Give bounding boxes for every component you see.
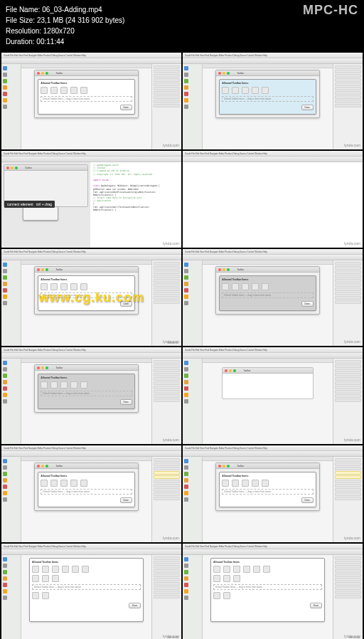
inspector-row[interactable]	[335, 569, 361, 573]
inspector-row[interactable]	[154, 497, 180, 500]
inspector-row[interactable]	[335, 377, 361, 381]
macos-menubar[interactable]: Xcode File Edit View Find Navigate Edito…	[183, 544, 363, 549]
editor-tab-bar[interactable]	[203, 457, 333, 461]
file-icon[interactable]	[3, 301, 7, 305]
file-icon[interactable]	[3, 367, 7, 371]
macos-menubar[interactable]: Xcode File Edit View Find Navigate Edito…	[183, 445, 363, 451]
file-icon[interactable]	[3, 465, 7, 470]
inspector-row[interactable]	[154, 475, 180, 479]
inspector-row[interactable]	[154, 266, 180, 270]
inspector-row[interactable]	[335, 296, 361, 300]
file-icon[interactable]	[184, 79, 188, 83]
done-button[interactable]: Done	[301, 497, 314, 503]
inspector-row[interactable]	[154, 287, 180, 291]
file-icon[interactable]	[184, 73, 188, 77]
toolbar-customize-sheet[interactable]: Allowed Toolbar Items Default Toolbar It…	[38, 374, 134, 409]
toolbar-item[interactable]	[233, 566, 240, 573]
file-icon[interactable]	[184, 386, 188, 391]
zoom-button[interactable]	[227, 465, 230, 468]
project-navigator[interactable]	[1, 555, 21, 639]
inspector-row[interactable]	[335, 369, 361, 372]
file-icon[interactable]	[184, 465, 188, 470]
inspector-row[interactable]	[335, 373, 361, 376]
video-thumbnail[interactable]: Xcode File Edit View Find Navigate Edito…	[183, 53, 363, 149]
default-toolbar-dropzone[interactable]: Default Toolbar Items — drag in items fr…	[41, 391, 132, 396]
zoom-button[interactable]	[233, 369, 236, 372]
file-icon[interactable]	[184, 92, 188, 96]
file-icon[interactable]	[3, 295, 7, 299]
zoom-button[interactable]	[46, 268, 48, 271]
video-thumbnail[interactable]: Xcode File Edit View Find Navigate Edito…	[1, 347, 181, 444]
file-icon[interactable]	[3, 85, 7, 90]
xcode-toolbar[interactable]	[1, 157, 181, 162]
toolbar-item[interactable]	[50, 87, 58, 94]
inspector-row[interactable]	[335, 104, 361, 107]
inspector-row[interactable]	[154, 65, 180, 69]
editor-tab-bar[interactable]	[21, 457, 151, 461]
inspector-row[interactable]	[154, 279, 180, 282]
toolbar-item[interactable]	[70, 480, 77, 487]
window-titlebar[interactable]: Toolbar	[35, 463, 137, 469]
file-icon[interactable]	[3, 380, 7, 384]
done-button[interactable]: Done	[310, 603, 322, 608]
default-toolbar-dropzone[interactable]: Default Toolbar Items — drag in items fr…	[222, 96, 313, 102]
project-navigator[interactable]	[183, 457, 203, 542]
project-icon[interactable]	[184, 263, 188, 267]
inspector-row[interactable]	[335, 87, 361, 90]
file-icon[interactable]	[3, 570, 7, 574]
toolbar-item[interactable]	[252, 87, 259, 94]
close-button[interactable]	[218, 465, 221, 468]
interface-builder-canvas[interactable]: Toolbar	[222, 367, 313, 399]
close-button[interactable]	[218, 72, 221, 75]
toolbar-item[interactable]	[52, 575, 59, 582]
window-titlebar[interactable]: Toolbar	[216, 70, 318, 76]
file-icon[interactable]	[184, 583, 188, 587]
macos-menubar[interactable]: Xcode File Edit View Find Navigate Edito…	[183, 53, 363, 58]
xcode-toolbar[interactable]	[1, 451, 181, 457]
file-icon[interactable]	[184, 485, 188, 489]
window-titlebar[interactable]: Toolbar	[35, 365, 137, 371]
file-icon[interactable]	[3, 98, 7, 102]
minimize-button[interactable]	[41, 72, 44, 75]
macos-menubar[interactable]: Xcode File Edit View Find Navigate Edito…	[183, 151, 363, 157]
file-icon[interactable]	[184, 564, 188, 568]
inspector-row[interactable]	[154, 275, 180, 278]
file-icon[interactable]	[3, 564, 7, 568]
file-icon[interactable]	[184, 497, 188, 502]
inspector-row[interactable]	[154, 104, 180, 107]
toolbar-customize-sheet[interactable]: Allowed Toolbar Items Default Toolbar It…	[219, 79, 316, 115]
file-icon[interactable]	[184, 98, 188, 102]
toolbar-customize-sheet[interactable]: Allowed Toolbar Items Default Toolbar It…	[38, 472, 134, 507]
file-icon[interactable]	[184, 275, 188, 280]
zoom-button[interactable]	[46, 72, 48, 75]
project-icon[interactable]	[184, 557, 188, 561]
toolbar-item[interactable]	[50, 480, 58, 487]
file-icon[interactable]	[3, 576, 7, 581]
inspector-row[interactable]	[335, 78, 361, 82]
project-navigator[interactable]	[1, 457, 21, 542]
inspector-row[interactable]	[154, 74, 180, 78]
file-icon[interactable]	[184, 596, 188, 600]
inspector-row[interactable]	[154, 83, 180, 86]
close-button[interactable]	[37, 465, 40, 468]
interface-builder-canvas[interactable]: Toolbar Allowed Toolbar Items Default To…	[215, 70, 319, 118]
inspector-row[interactable]	[335, 484, 361, 487]
project-icon[interactable]	[3, 263, 7, 267]
inspector-row[interactable]	[335, 488, 361, 492]
toolbar-item[interactable]	[82, 566, 89, 573]
inspector-row[interactable]	[335, 467, 361, 470]
project-navigator[interactable]	[1, 260, 21, 346]
done-button[interactable]: Done	[129, 603, 141, 608]
interface-builder-canvas[interactable]: Toolbar Allowed Toolbar Items Default To…	[34, 266, 138, 315]
editor-tab-bar[interactable]	[203, 64, 333, 68]
close-button[interactable]	[225, 369, 228, 372]
project-navigator[interactable]	[183, 359, 203, 444]
inspector-row[interactable]	[154, 300, 180, 304]
default-toolbar-dropzone[interactable]: Default Toolbar Items — drag in items fr…	[41, 292, 132, 298]
toolbar-customize-sheet[interactable]: Allowed Toolbar Items Default	[210, 558, 325, 622]
toolbar-item[interactable]	[262, 87, 269, 94]
macos-menubar[interactable]: Xcode File Edit View Find Navigate Edito…	[183, 249, 363, 255]
inspector-row[interactable]	[154, 87, 180, 90]
file-icon[interactable]	[184, 295, 188, 299]
toolbar-item[interactable]	[252, 480, 259, 487]
